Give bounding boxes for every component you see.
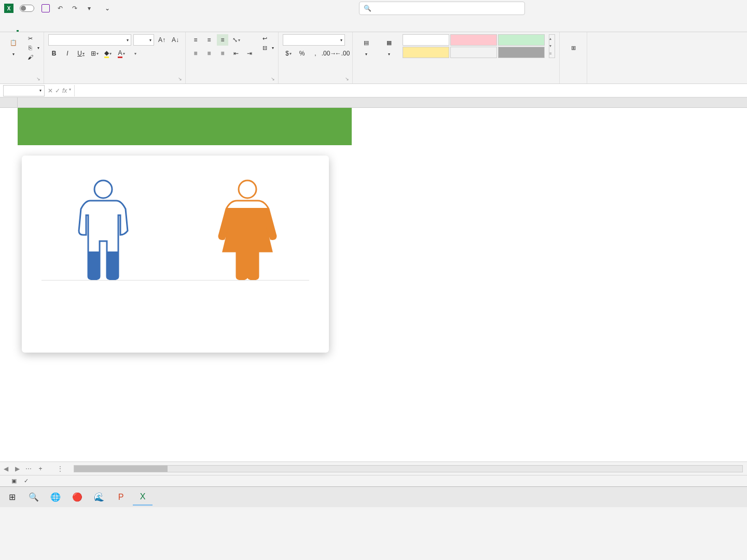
- tab-file[interactable]: [5, 27, 7, 32]
- dialog-launcher-icon[interactable]: ↘: [345, 76, 351, 82]
- sheet-nav-next[interactable]: ▶: [12, 464, 22, 473]
- toggle-switch-icon[interactable]: [20, 5, 34, 12]
- font-size-select[interactable]: ▾: [133, 34, 154, 46]
- tab-dev[interactable]: [119, 27, 121, 32]
- italic-button[interactable]: I: [62, 48, 73, 59]
- copy-button[interactable]: ⎘▾: [26, 44, 39, 52]
- excel-icon[interactable]: X: [133, 489, 153, 506]
- table-format-button[interactable]: ▦ ▾: [380, 34, 398, 58]
- increase-indent-button[interactable]: ⇥: [244, 48, 255, 59]
- border-button[interactable]: ⊞: [89, 48, 100, 59]
- cancel-icon[interactable]: ✕: [48, 87, 53, 94]
- align-center-button[interactable]: ≡: [203, 48, 215, 59]
- increase-decimal-button[interactable]: .00→: [323, 48, 335, 59]
- percent-button[interactable]: %: [296, 48, 308, 59]
- tab-auto[interactable]: [108, 27, 110, 32]
- dialog-launcher-icon[interactable]: ↘: [178, 76, 184, 82]
- sheet-nav-more[interactable]: ⋯: [24, 464, 33, 473]
- orientation-button[interactable]: ⤡: [230, 34, 242, 46]
- svg-point-3: [239, 180, 256, 198]
- tab-draw[interactable]: [39, 27, 42, 32]
- formula-bar: ▾ ✕ ✓ fx ▾: [0, 84, 747, 97]
- align-top-button[interactable]: ≡: [190, 34, 201, 46]
- edge-icon[interactable]: 🌊: [89, 489, 109, 506]
- fill-color-button[interactable]: ◆: [102, 48, 114, 59]
- fx-icon[interactable]: fx: [62, 87, 67, 94]
- font-color-button[interactable]: A: [116, 48, 127, 59]
- tab-layout[interactable]: [51, 27, 53, 32]
- style-neutral[interactable]: [403, 47, 449, 58]
- style-good[interactable]: [498, 34, 545, 46]
- name-box[interactable]: ▾: [3, 85, 45, 96]
- decrease-indent-button[interactable]: ⇤: [230, 48, 242, 59]
- comma-button[interactable]: ,: [310, 48, 321, 59]
- app-icon-1[interactable]: 🔴: [67, 489, 87, 506]
- style-normal[interactable]: [403, 34, 449, 46]
- powerpoint-icon[interactable]: P: [111, 489, 131, 506]
- cells-area[interactable]: [18, 108, 747, 461]
- start-button[interactable]: ⊞: [2, 489, 22, 506]
- save-button[interactable]: [40, 3, 51, 13]
- brush-icon: 🖌: [26, 53, 34, 61]
- female-pictogram-icon: [214, 179, 281, 280]
- tab-insert[interactable]: [28, 27, 30, 32]
- paste-button[interactable]: 📋 ▾: [4, 34, 23, 81]
- align-bottom-button[interactable]: ≡: [217, 34, 228, 46]
- search-input[interactable]: 🔍: [359, 2, 525, 15]
- chrome-icon[interactable]: 🌐: [46, 489, 65, 506]
- enter-icon[interactable]: ✓: [55, 87, 60, 94]
- chart-object[interactable]: [22, 156, 329, 353]
- column-headers[interactable]: [18, 97, 747, 108]
- add-sheet-button[interactable]: +: [34, 465, 47, 472]
- number-format-select[interactable]: ▾: [283, 34, 345, 46]
- dialog-launcher-icon[interactable]: ↘: [271, 76, 277, 82]
- tab-formula[interactable]: [62, 27, 64, 32]
- sheet-tab-bar: ◀ ▶ ⋯ + ⋮: [0, 461, 747, 475]
- app-icon: X: [4, 4, 13, 13]
- macro-record-icon[interactable]: ▣: [11, 478, 17, 484]
- tab-data[interactable]: [74, 27, 76, 32]
- wrap-text-button[interactable]: ↩: [260, 34, 274, 43]
- undo-button[interactable]: ↶: [55, 3, 65, 13]
- decrease-decimal-button[interactable]: ←.00: [337, 48, 348, 59]
- underline-button[interactable]: U: [75, 48, 87, 59]
- style-bad[interactable]: [450, 34, 497, 46]
- font-name-select[interactable]: ▾: [48, 34, 131, 46]
- conditional-format-button[interactable]: ▤ ▾: [357, 34, 376, 58]
- style-check[interactable]: [498, 47, 545, 58]
- format-painter-button[interactable]: 🖌: [26, 53, 39, 61]
- qat-more-icon[interactable]: ▾: [84, 3, 94, 13]
- autosave-toggle[interactable]: [18, 5, 36, 12]
- currency-button[interactable]: $: [283, 48, 294, 59]
- tab-review[interactable]: [85, 27, 87, 32]
- status-accessibility[interactable]: ✓: [24, 478, 29, 484]
- worksheet-grid[interactable]: [0, 97, 747, 461]
- group-styles: ▤ ▾ ▦ ▾ ▴▾≡: [353, 32, 560, 83]
- align-left-button[interactable]: ≡: [190, 48, 201, 59]
- sheet-nav-prev[interactable]: ◀: [1, 464, 10, 473]
- style-gallery-expand[interactable]: ▴▾≡: [549, 34, 555, 58]
- tab-view[interactable]: [96, 27, 99, 32]
- cut-button[interactable]: ✂: [26, 34, 39, 43]
- merge-center-button[interactable]: ⊟▾: [260, 44, 274, 52]
- select-all-corner[interactable]: [0, 97, 18, 108]
- increase-font-button[interactable]: A↑: [156, 34, 168, 46]
- taskbar-search-icon[interactable]: 🔍: [24, 489, 44, 506]
- filename-label[interactable]: ⌄: [105, 5, 110, 12]
- redo-button[interactable]: ↷: [70, 3, 80, 13]
- style-calc[interactable]: [450, 47, 497, 58]
- tab-power[interactable]: [142, 27, 144, 32]
- insert-cells-button[interactable]: ⊞: [564, 39, 583, 57]
- tab-home[interactable]: [17, 26, 19, 32]
- decrease-font-button[interactable]: A↓: [170, 34, 181, 46]
- tab-help[interactable]: [131, 27, 133, 32]
- bold-button[interactable]: B: [48, 48, 60, 59]
- align-right-button[interactable]: ≡: [217, 48, 228, 59]
- dialog-launcher-icon[interactable]: ↘: [36, 76, 43, 82]
- phonetic-button[interactable]: [129, 48, 141, 59]
- group-clipboard: 📋 ▾ ✂ ⎘▾ 🖌 ↘: [0, 32, 44, 83]
- cell-styles-gallery[interactable]: [403, 34, 545, 58]
- align-middle-button[interactable]: ≡: [203, 34, 215, 46]
- formula-input[interactable]: [74, 85, 747, 96]
- horizontal-scrollbar[interactable]: [74, 465, 743, 472]
